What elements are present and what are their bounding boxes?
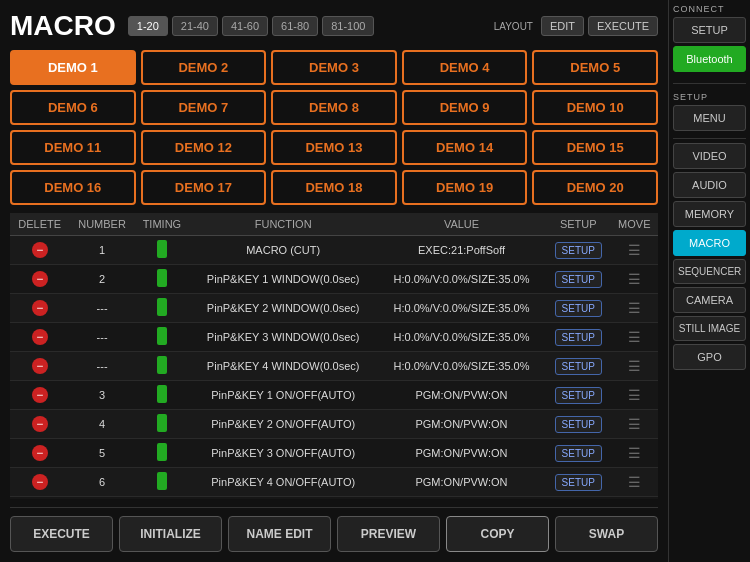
move-cell: ☰ xyxy=(611,410,658,439)
setup-row-button[interactable]: SETUP xyxy=(555,445,602,462)
delete-row-button[interactable]: − xyxy=(32,474,48,490)
delete-cell: − xyxy=(10,352,69,381)
timing-cell xyxy=(135,323,189,352)
setup-cell: SETUP xyxy=(546,381,611,410)
timing-cell xyxy=(135,468,189,497)
table-row: − 3 PinP&KEY 1 ON/OFF(AUTO) PGM:ON/PVW:O… xyxy=(10,381,658,410)
demo-btn-17[interactable]: DEMO 17 xyxy=(141,170,267,205)
tab-61-80[interactable]: 61-80 xyxy=(272,16,318,36)
timing-cell xyxy=(135,497,189,500)
value-cell: PGM:ON/PVW:ON xyxy=(377,439,546,468)
table-row: − --- PinP&KEY 4 WINDOW(0.0sec) H:0.0%/V… xyxy=(10,352,658,381)
value-cell: EXEC:25:motion 1 xyxy=(377,497,546,500)
col-number: NUMBER xyxy=(69,213,134,236)
timing-bar xyxy=(157,327,167,345)
macro-table: DELETE NUMBER TIMING FUNCTION VALUE SETU… xyxy=(10,213,658,499)
setup-cell: SETUP xyxy=(546,265,611,294)
move-cell: ☰ xyxy=(611,439,658,468)
setup-row-button[interactable]: SETUP xyxy=(555,387,602,404)
timing-bar xyxy=(157,298,167,316)
delete-cell: − xyxy=(10,323,69,352)
delete-row-button[interactable]: − xyxy=(32,329,48,345)
timing-bar xyxy=(157,385,167,403)
demo-btn-18[interactable]: DEMO 18 xyxy=(271,170,397,205)
tab-81-100[interactable]: 81-100 xyxy=(322,16,374,36)
setup-row-button[interactable]: SETUP xyxy=(555,242,602,259)
number-cell: 4 xyxy=(69,410,134,439)
value-cell: H:0.0%/V:0.0%/SIZE:35.0% xyxy=(377,294,546,323)
delete-cell: − xyxy=(10,294,69,323)
delete-row-button[interactable]: − xyxy=(32,445,48,461)
demo-btn-1[interactable]: DEMO 1 xyxy=(10,50,136,85)
setup-row-button[interactable]: SETUP xyxy=(555,329,602,346)
divider-2 xyxy=(673,138,746,139)
demo-btn-2[interactable]: DEMO 2 xyxy=(141,50,267,85)
demo-btn-3[interactable]: DEMO 3 xyxy=(271,50,397,85)
delete-row-button[interactable]: − xyxy=(32,358,48,374)
demo-btn-6[interactable]: DEMO 6 xyxy=(10,90,136,125)
delete-row-button[interactable]: − xyxy=(32,300,48,316)
delete-row-button[interactable]: − xyxy=(32,387,48,403)
value-cell: PGM:ON/PVW:ON xyxy=(377,468,546,497)
layout-execute-button[interactable]: EXECUTE xyxy=(588,16,658,36)
value-cell: H:0.0%/V:0.0%/SIZE:35.0% xyxy=(377,323,546,352)
swap-button[interactable]: SWAP xyxy=(555,516,658,552)
demo-btn-20[interactable]: DEMO 20 xyxy=(532,170,658,205)
divider-1 xyxy=(673,83,746,84)
demo-btn-9[interactable]: DEMO 9 xyxy=(402,90,528,125)
gpo-button[interactable]: GPO xyxy=(673,344,746,370)
tab-41-60[interactable]: 41-60 xyxy=(222,16,268,36)
demo-btn-16[interactable]: DEMO 16 xyxy=(10,170,136,205)
name-edit-button[interactable]: NAME EDIT xyxy=(228,516,331,552)
setup-row-button[interactable]: SETUP xyxy=(555,358,602,375)
timing-bar xyxy=(157,472,167,490)
table-row: − 4 PinP&KEY 2 ON/OFF(AUTO) PGM:ON/PVW:O… xyxy=(10,410,658,439)
setup-row-button[interactable]: SETUP xyxy=(555,474,602,491)
setup-row-button[interactable]: SETUP xyxy=(555,300,602,317)
delete-cell: − xyxy=(10,265,69,294)
demo-btn-15[interactable]: DEMO 15 xyxy=(532,130,658,165)
execute-button[interactable]: EXECUTE xyxy=(10,516,113,552)
demo-btn-7[interactable]: DEMO 7 xyxy=(141,90,267,125)
macro-button[interactable]: MACRO xyxy=(673,230,746,256)
setup-row-button[interactable]: SETUP xyxy=(555,416,602,433)
sequencer-button[interactable]: SEQUENCER xyxy=(673,259,746,284)
tab-1-20[interactable]: 1-20 xyxy=(128,16,168,36)
connect-label: CONNECT xyxy=(673,4,746,14)
delete-row-button[interactable]: − xyxy=(32,416,48,432)
timing-cell xyxy=(135,265,189,294)
demo-btn-5[interactable]: DEMO 5 xyxy=(532,50,658,85)
delete-row-button[interactable]: − xyxy=(32,271,48,287)
demo-btn-10[interactable]: DEMO 10 xyxy=(532,90,658,125)
delete-row-button[interactable]: − xyxy=(32,242,48,258)
camera-button[interactable]: CAMERA xyxy=(673,287,746,313)
preview-button[interactable]: PREVIEW xyxy=(337,516,440,552)
bluetooth-button[interactable]: Bluetooth xyxy=(673,46,746,72)
demo-btn-4[interactable]: DEMO 4 xyxy=(402,50,528,85)
header: MACRO 1-20 21-40 41-60 61-80 81-100 LAYO… xyxy=(10,10,658,42)
demo-btn-12[interactable]: DEMO 12 xyxy=(141,130,267,165)
demo-btn-14[interactable]: DEMO 14 xyxy=(402,130,528,165)
still-image-button[interactable]: STILL IMAGE xyxy=(673,316,746,341)
tab-21-40[interactable]: 21-40 xyxy=(172,16,218,36)
demo-btn-11[interactable]: DEMO 11 xyxy=(10,130,136,165)
number-cell: 1 xyxy=(69,236,134,265)
timing-cell xyxy=(135,294,189,323)
demo-btn-8[interactable]: DEMO 8 xyxy=(271,90,397,125)
demo-btn-13[interactable]: DEMO 13 xyxy=(271,130,397,165)
initialize-button[interactable]: INITIALIZE xyxy=(119,516,222,552)
layout-edit-button[interactable]: EDIT xyxy=(541,16,584,36)
video-button[interactable]: VIDEO xyxy=(673,143,746,169)
audio-button[interactable]: AUDIO xyxy=(673,172,746,198)
setup-button-top[interactable]: SETUP xyxy=(673,17,746,43)
table-row: − --- PinP&KEY 2 WINDOW(0.0sec) H:0.0%/V… xyxy=(10,294,658,323)
demo-btn-19[interactable]: DEMO 19 xyxy=(402,170,528,205)
setup-row-button[interactable]: SETUP xyxy=(555,271,602,288)
move-cell: ☰ xyxy=(611,352,658,381)
copy-button[interactable]: COPY xyxy=(446,516,549,552)
number-cell: --- xyxy=(69,323,134,352)
memory-button[interactable]: MEMORY xyxy=(673,201,746,227)
move-cell: ☰ xyxy=(611,323,658,352)
setup-cell: SETUP xyxy=(546,236,611,265)
menu-button[interactable]: MENU xyxy=(673,105,746,131)
